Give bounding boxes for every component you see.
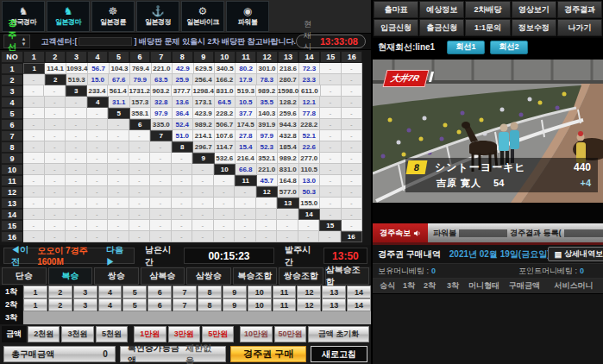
nav-tab-5[interactable]: ⚙일본바이크 — [181, 1, 224, 32]
odds-cell: - — [45, 220, 66, 231]
horse-number-button[interactable]: 1 — [23, 286, 47, 298]
menu-button-1:1문의[interactable]: 1:1문의 — [465, 19, 510, 36]
notice-text: 고객센터:[] 배당판 문제 있을시 2차 배당판 참고바랍니다. — [41, 36, 296, 47]
line-button-2[interactable]: 회선2 — [490, 41, 528, 54]
bet-type-tab-7[interactable]: 쌍승조합 — [279, 267, 323, 285]
horse-number-button[interactable]: 6 — [148, 286, 172, 298]
horse-number-button[interactable]: 4 — [98, 286, 122, 298]
horse-number-button[interactable]: 11 — [273, 286, 297, 298]
race-news-button[interactable]: 경주속보 — [373, 223, 428, 242]
horse-number-button[interactable]: 1 — [23, 298, 47, 311]
bet-type-tab-6[interactable]: 복승조합 — [233, 267, 278, 285]
odds-cell: - — [87, 231, 109, 242]
menu-button-출마표[interactable]: 출마표 — [374, 1, 418, 18]
limit-amount-label: 복연승가능금액 — [128, 342, 185, 364]
odds-cell: - — [342, 186, 363, 198]
bet-type-tab-4[interactable]: 삼복승 — [141, 267, 185, 285]
matrix-row: 5----5358.197.936.4423.9228.237.7140.325… — [1, 108, 362, 119]
odds-cell: 218.6 — [278, 63, 298, 74]
horse-number-button[interactable]: 12 — [297, 298, 321, 311]
nav-tab-6[interactable]: ◉파워볼 — [226, 1, 269, 32]
horse-number-button[interactable]: 5 — [122, 286, 147, 298]
amount-button-2[interactable]: 3천원 — [61, 326, 93, 342]
horse-number-button[interactable]: 13 — [322, 286, 346, 298]
bet-type-tab-8[interactable]: 삼복승조합 — [325, 267, 370, 285]
horse-number-button[interactable]: 7 — [173, 298, 197, 311]
bet-type-tab-3[interactable]: 쌍승 — [94, 267, 139, 285]
horse-number-button[interactable]: 10 — [248, 298, 272, 311]
odds-cell: - — [108, 209, 129, 220]
spinner-arrows-icon[interactable]: ▲▼ — [21, 36, 26, 47]
refresh-button[interactable]: 새로고침 — [311, 346, 367, 362]
point-money-value: 0 — [580, 267, 584, 275]
horse-number-button[interactable]: 3 — [73, 298, 97, 311]
menu-button-나가기[interactable]: 나가기 — [557, 19, 602, 36]
horse-number-button[interactable]: 9 — [223, 298, 247, 311]
amount-button-7[interactable]: 10만원 — [240, 326, 272, 342]
amount-button-1[interactable]: 2천원 — [28, 326, 60, 342]
bet-type-tab-1[interactable]: 단승 — [2, 267, 47, 285]
bet-type-tab-2[interactable]: 복승 — [48, 267, 93, 285]
horse-number-button[interactable]: 2 — [48, 298, 72, 311]
horse-number-button[interactable]: 14 — [347, 298, 371, 311]
menu-button-2차배당[interactable]: 2차배당 — [465, 1, 510, 18]
amount-button-3[interactable]: 5천원 — [96, 326, 128, 342]
odds-cell: - — [256, 198, 278, 209]
horse-number-button[interactable]: 11 — [273, 298, 297, 311]
horse-number-button[interactable]: 4 — [98, 298, 122, 311]
prev-race-button[interactable]: ◀이전 — [11, 244, 32, 268]
odds-cell: 340.5 — [215, 63, 236, 74]
matrix-row: 9--------9532.6216.4352.1989.2277.0-- — [1, 153, 362, 164]
odds-cell: - — [66, 175, 87, 186]
odds-cell: 1 — [23, 63, 45, 74]
nav-tab-2[interactable]: ♞일본경마 — [47, 1, 90, 32]
odds-cell: 164.8 — [278, 175, 299, 186]
horse-number-button[interactable]: 8 — [198, 286, 222, 298]
menu-button-정보수정[interactable]: 정보수정 — [512, 19, 556, 36]
next-race-button[interactable]: 다음▶ — [106, 244, 127, 268]
start-time-label: 발주시간 — [278, 244, 320, 268]
odds-cell: - — [23, 97, 45, 108]
detail-view-button[interactable]: ▤ 상세내역보기 — [548, 247, 603, 261]
horse-number-button[interactable]: 5 — [122, 298, 147, 311]
amount-button-5[interactable]: 3만원 — [168, 326, 200, 342]
horse-number-button[interactable]: 13 — [322, 298, 346, 311]
odds-cell: 42.9 — [173, 63, 193, 74]
menu-button-경주결과[interactable]: 경주결과 — [557, 1, 602, 18]
horse-number-button[interactable]: 6 — [148, 298, 172, 311]
remain-time-value: 00:15:23 — [184, 248, 274, 264]
horse-number-button[interactable]: 3 — [73, 286, 97, 298]
amount-button-6[interactable]: 5만원 — [202, 326, 234, 342]
amount-button-9[interactable]: 금액 초기화 — [308, 326, 369, 342]
buy-ticket-button[interactable]: 경주권 구매 — [230, 346, 306, 362]
menu-button-영상보기[interactable]: 영상보기 — [512, 1, 556, 18]
horse-number-button[interactable]: 2 — [48, 286, 72, 298]
horse-number-button[interactable]: 12 — [297, 286, 321, 298]
horse-number-button[interactable]: 10 — [248, 286, 272, 298]
menu-button-입금신청[interactable]: 입금신청 — [374, 19, 418, 36]
horse-number-button[interactable]: 8 — [198, 298, 222, 311]
odds-cell: - — [298, 220, 320, 231]
odds-cell: - — [87, 153, 109, 164]
bet-type-tab-5[interactable]: 삼쌍승 — [186, 267, 231, 285]
odds-cell: - — [129, 198, 151, 209]
purchase-history-title: 경주권 구매내역 — [378, 248, 441, 260]
odds-cell: - — [214, 209, 236, 220]
amount-button-4[interactable]: 1만원 — [134, 326, 166, 342]
matrix-row: 3--3233.4561.41731.2903.2377.71298.4831.… — [1, 85, 362, 97]
line-button-1[interactable]: 회선1 — [447, 41, 485, 54]
menu-button-출금신청[interactable]: 출금신청 — [419, 19, 464, 36]
odds-cell: - — [108, 186, 129, 198]
odds-cell: - — [108, 175, 129, 186]
horse-number-button[interactable]: 9 — [223, 286, 247, 298]
nav-tab-3[interactable]: ☸일본경륜 — [91, 1, 135, 32]
menu-button-예상정보[interactable]: 예상정보 — [419, 1, 464, 18]
horse-number-button[interactable]: 7 — [173, 286, 197, 298]
horse-number-button[interactable]: 14 — [347, 286, 371, 298]
odds-cell: 577.0 — [278, 186, 299, 198]
race-select-dropdown[interactable]: 경주선택 ▲▼ — [3, 35, 30, 48]
notice-blank-field — [79, 37, 132, 46]
amount-button-8[interactable]: 50만원 — [274, 326, 306, 342]
odds-cell: 64.5 — [215, 97, 236, 108]
nav-tab-4[interactable]: ⚓일본경정 — [136, 1, 179, 32]
